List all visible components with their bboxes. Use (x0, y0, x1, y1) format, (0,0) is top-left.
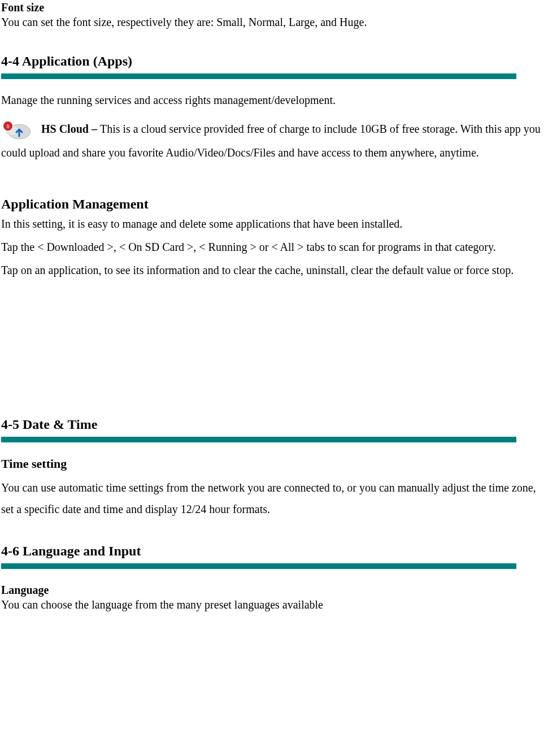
section-4-4-heading: 4-4 Application (Apps) (1, 53, 547, 70)
svg-text:h: h (7, 123, 10, 129)
hs-cloud-label: HS Cloud – (41, 123, 100, 135)
hs-cloud-icon: h (1, 119, 33, 142)
app-mgmt-p2: Tap the < Downloaded >, < On SD Card >, … (1, 240, 547, 255)
section-4-4-intro: Manage the running services and access r… (1, 93, 547, 108)
font-size-title: Font size (1, 0, 547, 15)
language-body: You can choose the language from the man… (1, 597, 547, 612)
language-heading: Language (1, 583, 547, 597)
app-mgmt-heading: Application Management (1, 195, 547, 213)
app-mgmt-p1: In this setting, it is easy to manage an… (1, 216, 547, 232)
hs-cloud-paragraph: h HS Cloud – This is a cloud service pro… (1, 118, 547, 163)
section-divider (1, 437, 516, 442)
time-setting-body: You can use automatic time settings from… (1, 477, 547, 520)
app-mgmt-p3: Tap on an application, to see its inform… (1, 263, 547, 278)
font-size-body: You can set the font size, respectively … (1, 15, 547, 30)
time-setting-heading: Time setting (1, 456, 547, 472)
section-divider (1, 563, 516, 569)
section-4-6-heading: 4-6 Language and Input (1, 542, 547, 560)
section-divider (1, 73, 516, 79)
section-4-5-heading: 4-5 Date & Time (1, 416, 547, 433)
